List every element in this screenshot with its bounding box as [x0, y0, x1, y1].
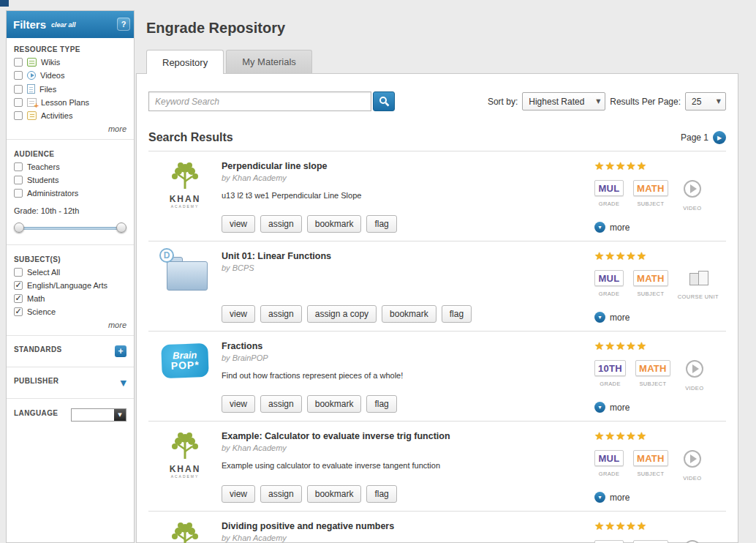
more-label: more	[610, 222, 630, 233]
badge: MATHSUBJECT	[633, 450, 668, 479]
badge-label: SUBJECT	[633, 201, 668, 209]
more-expander[interactable]: ▾more	[594, 222, 726, 233]
khan-academy-logo: KHANACADEMY	[168, 521, 202, 543]
subjects-more-link[interactable]: more	[14, 321, 126, 329]
result-logo: KHANACADEMY	[148, 161, 222, 233]
khan-academy-logo: KHANACADEMY	[168, 431, 202, 479]
language-select[interactable]: ▼	[71, 408, 126, 422]
checkbox-label: Activities	[41, 111, 72, 120]
more-expander[interactable]: ▾more	[594, 402, 726, 413]
checkbox[interactable]	[14, 58, 23, 67]
chevron-down-icon: ▼	[114, 409, 126, 421]
language-section: LANGUAGE ▼	[7, 402, 134, 428]
badge-value: MATH	[633, 270, 668, 286]
tab-repository[interactable]: Repository	[146, 50, 224, 74]
grade-slider-handle-max[interactable]	[116, 222, 126, 233]
result-description: Example using calculator to evaluate inv…	[222, 461, 587, 470]
subjects-label: SUBJECT(S)	[14, 255, 126, 263]
bookmark-button[interactable]: bookmark	[307, 215, 362, 233]
result-meta: ★★★★★MULGRADEMATHSUBJECTCOURSE UNIT▾more	[594, 251, 726, 323]
filters-title: Filters	[13, 18, 46, 31]
video-play-icon	[684, 540, 701, 543]
content-panel: Sort by: Highest Rated ▼ Results Per Pag…	[136, 73, 738, 543]
result-meta: ★★★★★MULGRADEMATHSUBJECTVIDEO▾more	[594, 161, 726, 233]
tab-my-materials[interactable]: My Materials	[226, 50, 312, 73]
badge: MULGRADE	[594, 180, 624, 209]
flag-button[interactable]: flag	[366, 485, 396, 503]
filter-item: Lesson Plans	[14, 98, 126, 107]
filter-item: ✓English/Language Arts	[14, 281, 126, 290]
folder-logo: D	[161, 251, 209, 293]
flag-button[interactable]: flag	[366, 215, 396, 233]
view-button[interactable]: view	[222, 215, 255, 233]
resource-type-section: RESOURCE TYPE WikisVideosFilesLesson Pla…	[7, 38, 134, 136]
search-button[interactable]	[373, 91, 395, 111]
checkbox[interactable]	[14, 268, 23, 277]
view-button[interactable]: view	[222, 395, 255, 413]
result-author: by Khan Academy	[222, 173, 587, 182]
view-button[interactable]: view	[222, 305, 255, 323]
help-button[interactable]: ?	[117, 18, 130, 31]
clear-all-link[interactable]: clear all	[51, 21, 76, 29]
filter-item: ✓Science	[14, 307, 126, 316]
khan-academy-logo: KHANACADEMY	[168, 161, 202, 209]
bookmark-button[interactable]: bookmark	[307, 485, 362, 503]
badge-label: SUBJECT	[633, 471, 668, 479]
chevron-down-icon: ▾	[594, 402, 605, 413]
toolbar-right: Sort by: Highest Rated ▼ Results Per Pag…	[488, 92, 726, 111]
result-title: Dividing positive and negative numbers	[222, 521, 587, 531]
more-expander[interactable]: ▾more	[594, 492, 726, 503]
resource-type-more-link[interactable]: more	[14, 124, 126, 133]
badge: MATHSUBJECT	[633, 540, 668, 543]
app-root: Filters clear all ? RESOURCE TYPE WikisV…	[0, 0, 756, 543]
flag-button[interactable]: flag	[366, 395, 396, 413]
chevron-down-icon: ▼	[712, 98, 725, 105]
filters-sidebar: Filters clear all ? RESOURCE TYPE WikisV…	[6, 10, 135, 543]
more-expander[interactable]: ▾more	[594, 312, 726, 323]
result-badges: 10THGRADEMATHSUBJECTVIDEO	[594, 360, 726, 393]
per-page-label: Results Per Page:	[610, 97, 681, 107]
checkbox-label: Select All	[27, 268, 60, 277]
divider	[7, 335, 134, 336]
bookmark-button[interactable]: bookmark	[307, 395, 362, 413]
checkbox[interactable]	[14, 111, 23, 120]
flag-button[interactable]: flag	[442, 305, 472, 323]
checkbox[interactable]: ✓	[14, 281, 23, 290]
more-label: more	[610, 402, 630, 413]
standards-section: STANDARDS +	[7, 339, 134, 364]
assign-button[interactable]: assign	[260, 395, 302, 413]
badge: VIDEO	[678, 180, 707, 213]
bookmark-button[interactable]: bookmark	[382, 305, 436, 323]
assign-button[interactable]: assign	[260, 215, 302, 233]
search-input[interactable]	[148, 91, 371, 111]
add-standard-button[interactable]: +	[115, 345, 126, 357]
more-label: more	[610, 312, 630, 323]
badge-label: VIDEO	[678, 475, 707, 483]
next-page-button[interactable]: ▶	[713, 131, 726, 144]
checkbox[interactable]: ✓	[14, 294, 23, 303]
checkbox[interactable]	[14, 71, 23, 80]
assign-button[interactable]: assign	[260, 305, 302, 323]
checkbox[interactable]	[14, 85, 23, 94]
checkbox[interactable]	[14, 189, 23, 198]
checkbox[interactable]: ✓	[14, 307, 23, 316]
corner-artifact	[0, 0, 9, 7]
chevron-down-icon: ▾	[594, 222, 605, 233]
sort-select[interactable]: Highest Rated ▼	[522, 92, 605, 111]
assign-button[interactable]: assign	[260, 485, 302, 503]
khan-logo-subtext: ACADEMY	[168, 474, 202, 479]
publisher-expand-icon[interactable]: ▼	[121, 378, 126, 388]
checkbox[interactable]	[14, 176, 23, 184]
divider	[7, 367, 134, 367]
assign-a-copy-button[interactable]: assign a copy	[307, 305, 377, 323]
resource-type-label: RESOURCE TYPE	[14, 45, 126, 53]
files-icon	[27, 84, 35, 94]
badge: 10THGRADE	[594, 360, 626, 389]
checkbox[interactable]	[14, 162, 23, 171]
view-button[interactable]: view	[222, 485, 255, 503]
grade-slider-handle-min[interactable]	[14, 222, 24, 233]
per-page-select[interactable]: 25 ▼	[685, 92, 726, 111]
result-actions: viewassignassign a copybookmarkflag	[222, 305, 587, 323]
page-title: Engrade Repository	[146, 20, 285, 37]
checkbox[interactable]	[14, 98, 23, 107]
